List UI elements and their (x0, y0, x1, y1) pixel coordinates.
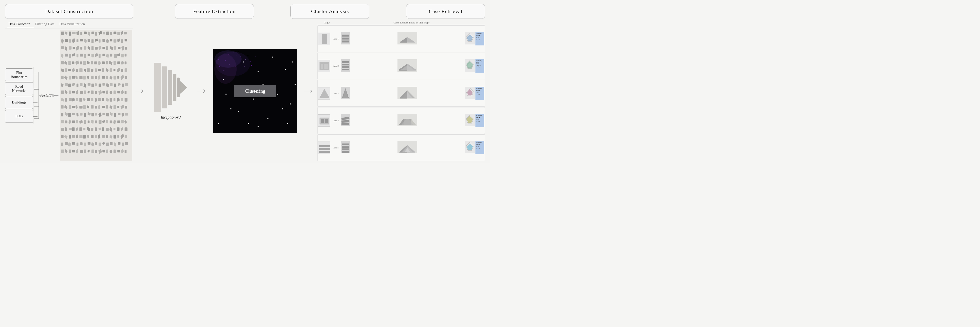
svg-rect-110 (102, 69, 104, 72)
svg-rect-276 (118, 135, 119, 137)
svg-rect-87 (83, 61, 86, 65)
svg-rect-74 (102, 54, 105, 56)
svg-text:Clustering: Clustering (245, 89, 265, 94)
svg-rect-282 (72, 142, 75, 145)
svg-rect-172 (65, 98, 67, 102)
svg-rect-45 (61, 46, 64, 49)
svg-rect-345 (224, 52, 225, 52)
svg-rect-439 (319, 148, 330, 150)
panel-case-retrieval: Target Cases Retrived Based on Plot Shap… (315, 21, 485, 161)
svg-rect-393 (326, 64, 328, 69)
svg-rect-238 (110, 121, 113, 123)
svg-rect-46 (65, 46, 67, 51)
arrow-cluster-to-case (302, 21, 315, 161)
svg-rect-350 (226, 60, 226, 61)
case-1-results: Similarity 7.443 FAR: 3.2H: 45m (341, 32, 484, 45)
case-row-3: Case 3 (317, 80, 485, 107)
svg-rect-90 (94, 62, 97, 64)
svg-rect-379 (342, 38, 349, 40)
svg-rect-48 (73, 47, 75, 49)
svg-rect-69 (84, 54, 86, 58)
svg-rect-234 (95, 121, 97, 123)
svg-rect-292 (110, 142, 113, 145)
grid-visualization (60, 30, 132, 161)
svg-rect-357 (243, 54, 243, 54)
svg-rect-263 (69, 135, 71, 139)
nn-layer-4 (173, 74, 177, 101)
svg-rect-189 (61, 105, 64, 108)
svg-rect-291 (107, 142, 109, 146)
svg-rect-369 (251, 65, 252, 66)
header-case-retrieval: Case Retrieval (406, 4, 485, 19)
svg-rect-70 (88, 54, 90, 56)
inception-label: Inception-v3 (161, 115, 181, 120)
svg-rect-158 (80, 91, 83, 94)
svg-rect-337 (218, 123, 219, 124)
svg-rect-165 (107, 91, 108, 94)
svg-rect-297 (61, 150, 64, 153)
svg-rect-80 (125, 54, 127, 57)
svg-rect-272 (102, 135, 105, 137)
svg-rect-180 (95, 97, 97, 102)
svg-rect-79 (121, 54, 124, 57)
data-sources-list: Plot Boundaries Road Networks Buildings … (5, 66, 33, 125)
svg-rect-126 (95, 76, 97, 79)
source-buildings: Buildings (5, 96, 33, 109)
cases-section-label: Cases Retrived Based on Plot Shape (338, 21, 485, 24)
svg-rect-294 (118, 142, 121, 145)
svg-rect-311 (113, 150, 116, 153)
cluster-analysis-label: Cluster Analysis (311, 8, 349, 14)
svg-rect-246 (72, 128, 75, 131)
svg-rect-358 (245, 59, 246, 59)
tabs-row: Data Collection Filtering Data Data Visu… (5, 21, 133, 29)
svg-rect-93 (106, 61, 108, 64)
svg-rect-260 (125, 128, 127, 131)
svg-rect-300 (72, 150, 75, 152)
svg-rect-344 (217, 55, 217, 56)
svg-rect-35 (92, 39, 94, 43)
svg-rect-335 (231, 108, 231, 109)
svg-rect-84 (72, 62, 75, 64)
svg-rect-44 (125, 39, 127, 41)
svg-rect-185 (113, 98, 116, 101)
svg-rect-142 (88, 83, 91, 86)
svg-rect-55 (99, 46, 101, 50)
svg-rect-261 (61, 135, 64, 138)
case-1-label: Case 1 (331, 38, 340, 40)
svg-rect-336 (294, 84, 296, 85)
svg-rect-392 (324, 64, 326, 69)
case-row-5: Case 5 (317, 134, 485, 161)
svg-rect-112 (110, 69, 112, 72)
tab-filtering-data[interactable]: Filtering Data (34, 21, 58, 28)
tab-data-collection[interactable]: Data Collection (7, 21, 34, 28)
svg-rect-24 (118, 32, 120, 35)
svg-rect-229 (76, 120, 78, 123)
svg-rect-37 (99, 39, 101, 43)
svg-rect-267 (83, 135, 86, 139)
svg-rect-187 (121, 98, 123, 101)
svg-rect-443 (342, 146, 349, 148)
svg-rect-305 (92, 150, 94, 153)
svg-rect-354 (222, 63, 222, 63)
svg-rect-12 (72, 32, 76, 34)
svg-rect-338 (258, 126, 259, 127)
tab-data-visualization[interactable]: Data Visualization (58, 21, 89, 28)
case-1-target-thumb (318, 33, 330, 45)
svg-rect-222 (118, 113, 121, 115)
svg-rect-161 (91, 91, 94, 94)
svg-rect-378 (342, 35, 349, 37)
svg-rect-346 (228, 54, 229, 54)
svg-rect-303 (84, 150, 86, 153)
svg-rect-134 (125, 76, 127, 79)
svg-rect-197 (91, 105, 94, 108)
svg-rect-280 (65, 142, 68, 145)
svg-rect-371 (253, 69, 253, 69)
svg-rect-155 (69, 91, 71, 94)
case-2-results: Similarity 8.11 FAR: 2.8H: 38m (341, 59, 484, 73)
svg-rect-206 (125, 106, 127, 108)
svg-rect-201 (106, 105, 108, 108)
svg-rect-299 (69, 150, 71, 153)
svg-rect-285 (84, 142, 86, 146)
svg-rect-237 (107, 120, 108, 123)
svg-rect-278 (125, 135, 127, 138)
